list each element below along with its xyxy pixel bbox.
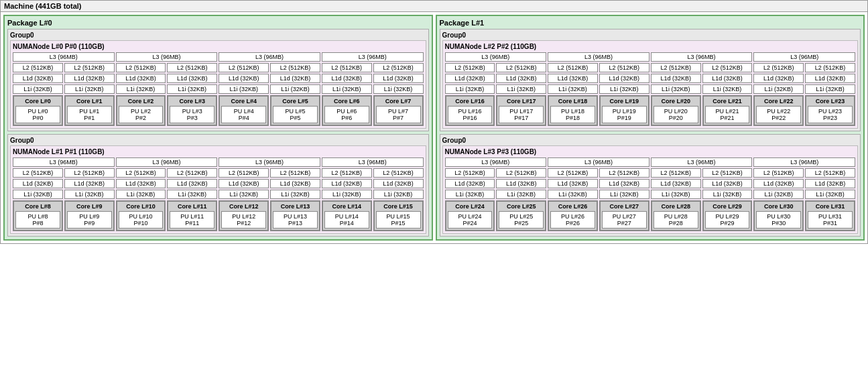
l1d-cell: L1d (32KB) (116, 179, 166, 188)
pu-cell: PU L#8 P#8 (15, 211, 60, 229)
l2-cell: L2 (512KB) (322, 63, 372, 72)
l3-cell: L3 (96MB) (322, 52, 424, 62)
core-block: Core L#8PU L#8 P#8 (13, 200, 63, 231)
pu-cell: PU L#21 P#21 (705, 106, 750, 123)
pu-cell: PU L#28 P#28 (654, 211, 698, 229)
core-title: Core L#10 (119, 203, 164, 210)
l3-cell: L3 (96MB) (548, 52, 649, 62)
machine-title: Machine (441GB total) (0, 0, 868, 12)
pu-cell: PU L#6 P#6 (324, 106, 369, 123)
l1d-cell: L1d (32KB) (651, 74, 701, 83)
l2-cell: L2 (512KB) (13, 168, 63, 178)
l1d-row: L1d (32KB)L1d (32KB)L1d (32KB)L1d (32KB)… (445, 74, 856, 83)
pu-cell: PU L#12 P#12 (221, 211, 266, 229)
l1d-cell: L1d (32KB) (548, 179, 598, 188)
core-title: Core L#30 (756, 203, 801, 210)
core-title: Core L#22 (756, 98, 801, 105)
core-block: Core L#5PU L#5 P#5 (270, 95, 320, 126)
l1d-row: L1d (32KB)L1d (32KB)L1d (32KB)L1d (32KB)… (13, 74, 424, 83)
l2-cell: L2 (512KB) (373, 168, 424, 178)
core-block: Core L#24PU L#24 P#24 (445, 200, 495, 231)
numa-node: NUMANode L#1 P#1 (110GB)L3 (96MB)L3 (96M… (10, 145, 426, 234)
pu-cell: PU L#18 P#18 (550, 106, 595, 123)
core-title: Core L#18 (550, 98, 595, 105)
pu-cell: PU L#20 P#20 (654, 106, 698, 123)
package-0: Package L#0Group0NUMANode L#0 P#0 (110GB… (3, 15, 433, 241)
group-title: Group0 (10, 137, 426, 144)
l1i-cell: L1i (32KB) (445, 84, 495, 94)
l1d-cell: L1d (32KB) (651, 179, 701, 188)
core-title: Core L#1 (67, 98, 112, 105)
core-title: Core L#7 (376, 98, 421, 105)
l3-cell: L3 (96MB) (753, 157, 855, 167)
package-title: Package L#0 (7, 19, 429, 27)
numa-node: NUMANode L#3 P#3 (110GB)L3 (96MB)L3 (96M… (442, 145, 859, 234)
l1d-cell: L1d (32KB) (496, 179, 546, 188)
l2-cell: L2 (512KB) (702, 63, 753, 72)
l1d-cell: L1d (32KB) (64, 74, 115, 83)
l1i-cell: L1i (32KB) (322, 84, 372, 94)
cores-row: Core L#8PU L#8 P#8Core L#9PU L#9 P#9Core… (13, 200, 424, 231)
pu-cell: PU L#14 P#14 (324, 211, 369, 229)
group-0-0: Group0NUMANode L#0 P#0 (110GB)L3 (96MB)L… (7, 29, 429, 131)
core-title: Core L#31 (808, 203, 853, 210)
pu-cell: PU L#16 P#16 (448, 106, 493, 123)
l1i-cell: L1i (32KB) (805, 84, 855, 94)
l2-cell: L2 (512KB) (445, 168, 495, 178)
core-block: Core L#30PU L#30 P#30 (753, 200, 804, 231)
l1d-cell: L1d (32KB) (753, 179, 804, 188)
l3-cell: L3 (96MB) (219, 52, 320, 62)
pu-cell: PU L#7 P#7 (376, 106, 421, 123)
core-block: Core L#17PU L#17 P#17 (496, 95, 546, 126)
l2-cell: L2 (512KB) (270, 168, 320, 178)
l1i-cell: L1i (32KB) (373, 190, 424, 199)
l2-cell: L2 (512KB) (805, 63, 855, 72)
l2-cell: L2 (512KB) (373, 63, 424, 72)
l1i-cell: L1i (32KB) (753, 190, 804, 199)
core-block: Core L#29PU L#29 P#29 (702, 200, 753, 231)
l1i-cell: L1i (32KB) (373, 84, 424, 94)
core-title: Core L#0 (15, 98, 60, 105)
core-block: Core L#28PU L#28 P#28 (651, 200, 701, 231)
l1i-row: L1i (32KB)L1i (32KB)L1i (32KB)L1i (32KB)… (13, 84, 424, 94)
l1d-cell: L1d (32KB) (116, 74, 166, 83)
core-block: Core L#26PU L#26 P#26 (548, 200, 598, 231)
l3-cell: L3 (96MB) (753, 52, 855, 62)
cores-row: Core L#0PU L#0 P#0Core L#1PU L#1 P#1Core… (13, 95, 424, 126)
l2-cell: L2 (512KB) (167, 63, 217, 72)
l1d-cell: L1d (32KB) (322, 74, 372, 83)
machine-container: Machine (441GB total) Package L#0Group0N… (0, 0, 868, 244)
l1d-cell: L1d (32KB) (805, 179, 855, 188)
core-block: Core L#22PU L#22 P#22 (753, 95, 804, 126)
l1i-cell: L1i (32KB) (219, 190, 269, 199)
pu-cell: PU L#27 P#27 (602, 211, 647, 229)
l3-cell: L3 (96MB) (116, 52, 218, 62)
core-title: Core L#23 (808, 98, 853, 105)
core-title: Core L#17 (499, 98, 544, 105)
core-title: Core L#11 (170, 203, 214, 210)
pu-cell: PU L#0 P#0 (15, 106, 60, 123)
pu-cell: PU L#24 P#24 (448, 211, 493, 229)
l1i-cell: L1i (32KB) (599, 190, 649, 199)
l1d-cell: L1d (32KB) (270, 179, 320, 188)
core-title: Core L#6 (324, 98, 369, 105)
l2-cell: L2 (512KB) (116, 168, 166, 178)
l1i-cell: L1i (32KB) (270, 190, 320, 199)
core-block: Core L#2PU L#2 P#2 (116, 95, 166, 126)
l1d-cell: L1d (32KB) (805, 74, 855, 83)
pu-cell: PU L#30 P#30 (756, 211, 801, 229)
l1i-cell: L1i (32KB) (116, 84, 166, 94)
pu-cell: PU L#13 P#13 (273, 211, 318, 229)
core-block: Core L#18PU L#18 P#18 (548, 95, 598, 126)
l1i-cell: L1i (32KB) (548, 190, 598, 199)
l1d-row: L1d (32KB)L1d (32KB)L1d (32KB)L1d (32KB)… (13, 179, 424, 188)
pu-cell: PU L#15 P#15 (376, 211, 421, 229)
l1d-cell: L1d (32KB) (64, 179, 115, 188)
l1d-cell: L1d (32KB) (445, 179, 495, 188)
core-title: Core L#13 (273, 203, 318, 210)
numa-title: NUMANode L#3 P#3 (110GB) (445, 148, 856, 155)
pu-cell: PU L#10 P#10 (119, 211, 164, 229)
l2-cell: L2 (512KB) (219, 63, 269, 72)
l1d-cell: L1d (32KB) (373, 74, 424, 83)
l1i-cell: L1i (32KB) (167, 84, 217, 94)
